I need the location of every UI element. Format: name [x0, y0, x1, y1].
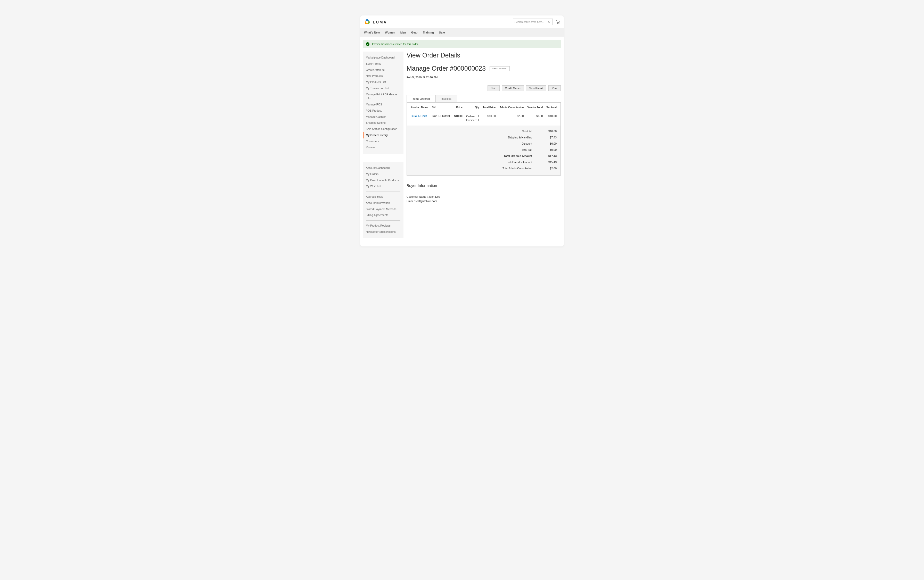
sidebar-item[interactable]: Manage Cashier: [363, 114, 404, 120]
tab-invoices[interactable]: Invoices: [435, 95, 457, 102]
table-row: Blue T-Shirt Blue T-Shirtsk1 $10.00 Orde…: [407, 112, 560, 125]
alert-text: Invoice has been created for this order.: [372, 43, 419, 46]
th-qty: Qty: [464, 102, 481, 112]
nav-training[interactable]: Training: [423, 31, 434, 34]
th-price: Price: [453, 102, 464, 112]
search-box[interactable]: [513, 18, 553, 25]
success-alert: Invoice has been created for this order.: [363, 40, 561, 48]
sidebar-item[interactable]: My Downloadable Products: [363, 177, 404, 183]
sidebar-item[interactable]: Account Information: [363, 200, 404, 206]
th-product-name: Product Name: [407, 102, 430, 112]
nav-whats-new[interactable]: What's New: [364, 31, 380, 34]
search-input[interactable]: [513, 19, 552, 25]
cell-price: $10.00: [453, 112, 464, 125]
cell-total-price: $10.00: [481, 112, 497, 125]
tab-items-ordered[interactable]: Items Ordered: [407, 95, 436, 102]
cell-admin-commission: $2.00: [497, 112, 525, 125]
check-icon: [366, 42, 369, 46]
sidebar-item[interactable]: Account Dashboard: [363, 165, 404, 171]
sidebar-item[interactable]: Shipping Setting: [363, 120, 404, 126]
th-total-price: Total Price: [481, 102, 497, 112]
sidebar-item[interactable]: Marketplace Dashboard: [363, 54, 404, 61]
svg-line-5: [550, 22, 550, 23]
brand-logo[interactable]: LUMA: [364, 19, 387, 25]
divider: [366, 191, 400, 192]
summary-admin-val: $2.00: [542, 167, 557, 170]
order-summary: Subtotal$10.00 Shipping & Handling$7.43 …: [407, 125, 560, 175]
svg-point-3: [366, 21, 368, 23]
cell-product-name[interactable]: Blue T-Shirt: [407, 112, 430, 125]
sidebar-item[interactable]: Ship Station Configuration: [363, 126, 404, 132]
order-actions: Ship Credit Memo Send Email Print: [407, 85, 561, 91]
cell-subtotal: $10.00: [544, 112, 560, 125]
th-sku: SKU: [430, 102, 452, 112]
main-content: View Order Details Manage Order #0000000…: [407, 51, 561, 206]
credit-memo-button[interactable]: Credit Memo: [502, 85, 524, 91]
app-window: LUMA What's New Women Men Gear Training …: [360, 15, 564, 246]
top-nav: What's New Women Men Gear Training Sale: [360, 28, 564, 36]
summary-ordered-val: $17.43: [542, 155, 557, 158]
sidebar-item[interactable]: My Products List: [363, 79, 404, 85]
svg-point-4: [548, 21, 550, 23]
sidebar-item[interactable]: Stored Payment Methods: [363, 206, 404, 213]
order-header: Manage Order #000000023 PROCESSING: [407, 65, 561, 72]
sidebar-item[interactable]: POS Product: [363, 108, 404, 114]
items-table: Product Name SKU Price Qty Total Price A…: [407, 102, 560, 125]
sidebar: Marketplace DashboardSeller ProfileCreat…: [363, 51, 404, 246]
sidebar-item[interactable]: My Order History: [363, 132, 404, 138]
sidebar-item[interactable]: My Transaction List: [363, 85, 404, 92]
nav-sale[interactable]: Sale: [439, 31, 445, 34]
sidebar-item[interactable]: Create Attribute: [363, 67, 404, 73]
nav-men[interactable]: Men: [400, 31, 406, 34]
order-title: Manage Order #000000023: [407, 65, 486, 72]
send-email-button[interactable]: Send Email: [526, 85, 547, 91]
buyer-name: Customer Name : John Doe: [407, 194, 561, 199]
sidebar-item[interactable]: New Products: [363, 73, 404, 79]
sidebar-item[interactable]: My Orders: [363, 171, 404, 177]
th-vendor-total: Vendor Total: [525, 102, 544, 112]
nav-gear[interactable]: Gear: [411, 31, 418, 34]
luma-logo-icon: [364, 19, 370, 25]
th-admin-commission: Admin Commission: [497, 102, 525, 112]
nav-women[interactable]: Women: [385, 31, 395, 34]
sidebar-item[interactable]: Manage Print PDF Header Info: [363, 92, 404, 102]
sidebar-item[interactable]: My Wish List: [363, 183, 404, 189]
buyer-email: Email : test@webkul.com: [407, 199, 561, 203]
sidebar-marketplace: Marketplace DashboardSeller ProfileCreat…: [363, 51, 404, 154]
sidebar-item[interactable]: Manage POS: [363, 102, 404, 108]
cell-qty: Ordered: 1 Invoiced: 1: [464, 112, 481, 125]
sidebar-item[interactable]: Seller Profile: [363, 61, 404, 67]
status-badge: PROCESSING: [489, 66, 510, 71]
sidebar-item[interactable]: Customers: [363, 138, 404, 145]
summary-vendor-val: $15.43: [542, 161, 557, 164]
cell-sku: Blue T-Shirtsk1: [430, 112, 452, 125]
buyer-info: Customer Name : John Doe Email : test@we…: [407, 194, 561, 203]
page-title: View Order Details: [407, 51, 561, 59]
svg-point-7: [559, 23, 559, 23]
cart-icon[interactable]: [556, 20, 560, 24]
sidebar-account: Account DashboardMy OrdersMy Downloadabl…: [363, 162, 404, 238]
summary-vendor-label: Total Vendor Amount: [507, 161, 532, 164]
summary-discount-val: $0.00: [542, 142, 557, 145]
qty-invoiced: Invoiced: 1: [466, 118, 479, 122]
tabs: Items Ordered Invoices: [407, 95, 561, 102]
buyer-info-title: Buyer Information: [407, 183, 561, 190]
summary-shipping-val: $7.43: [542, 136, 557, 139]
search-icon: [548, 20, 551, 23]
sidebar-item[interactable]: My Product Reviews: [363, 223, 404, 229]
summary-ordered-label: Total Ordered Amount: [504, 155, 532, 158]
header-right: [513, 18, 560, 25]
sidebar-item[interactable]: Billing Agreements: [363, 212, 404, 218]
svg-point-6: [557, 23, 558, 23]
ship-button[interactable]: Ship: [488, 85, 500, 91]
sidebar-item[interactable]: Address Book: [363, 194, 404, 200]
th-subtotal: Subtotal: [544, 102, 560, 112]
sidebar-item[interactable]: Newsletter Subscriptions: [363, 229, 404, 235]
summary-shipping-label: Shipping & Handling: [507, 136, 532, 139]
content: Invoice has been created for this order.…: [360, 36, 564, 246]
sidebar-item[interactable]: Review: [363, 144, 404, 150]
brand-name: LUMA: [373, 20, 387, 24]
print-button[interactable]: Print: [548, 85, 561, 91]
summary-tax-label: Total Tax: [522, 148, 532, 151]
header: LUMA: [360, 15, 564, 28]
